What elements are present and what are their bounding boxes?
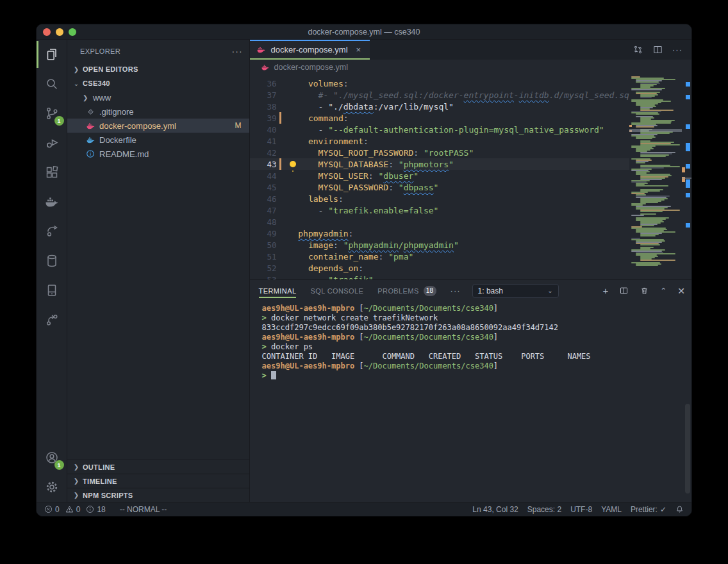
code-line[interactable]: 50 image: "phpmyadmin/phpmyadmin" bbox=[250, 239, 629, 251]
code-line[interactable]: 48 bbox=[250, 216, 629, 228]
sidebar-title: EXPLORER bbox=[80, 47, 120, 55]
status-bar: 0 0 18 -- NORMAL -- Ln 43, Col 32 Spaces… bbox=[37, 502, 691, 516]
indentation-setting[interactable]: Spaces: 2 bbox=[527, 505, 561, 514]
terminal-output[interactable]: aes9h@UL-aes9h-mpbro [~/Documents/Docume… bbox=[250, 301, 691, 381]
explorer-more-actions[interactable]: ··· bbox=[232, 46, 243, 56]
cursor-position[interactable]: Ln 43, Col 32 bbox=[472, 505, 518, 514]
formatter-status[interactable]: Prettier:✓ bbox=[631, 505, 666, 514]
sidebar-item-run-debug[interactable] bbox=[37, 128, 67, 158]
sidebar-item-docker[interactable] bbox=[37, 187, 67, 217]
split-terminal-icon[interactable] bbox=[619, 286, 629, 295]
compare-changes-icon[interactable] bbox=[633, 44, 643, 55]
bell-icon bbox=[675, 505, 684, 513]
tab-sql-console[interactable]: SQL CONSOLE bbox=[310, 280, 363, 301]
shell-select[interactable]: 1: bash ⌄ bbox=[472, 284, 559, 298]
code-line[interactable]: 45 MYSQL_PASSWORD: "dbpass" bbox=[250, 181, 629, 193]
code-line[interactable]: 40 - "--default-authentication-plugin=my… bbox=[250, 124, 629, 135]
live-share-icon bbox=[44, 224, 60, 239]
terminal-panel: TERMINAL SQL CONSOLE PROBLEMS 18 ··· 1: … bbox=[250, 279, 691, 502]
chevron-right-icon: ❯ bbox=[72, 463, 80, 470]
vim-mode-indicator[interactable]: -- NORMAL -- bbox=[120, 505, 167, 514]
split-editor-icon[interactable] bbox=[652, 44, 663, 55]
language-mode[interactable]: YAML bbox=[601, 505, 622, 514]
code-line[interactable]: 41 environment: bbox=[250, 135, 629, 147]
code-line[interactable]: 46 labels: bbox=[250, 193, 629, 204]
notifications-bell[interactable] bbox=[675, 505, 684, 513]
close-panel-icon[interactable]: ✕ bbox=[677, 286, 685, 295]
npm-scripts-section[interactable]: ❯ NPM SCRIPTS bbox=[67, 488, 249, 502]
open-editors-section[interactable]: ❯ OPEN EDITORS bbox=[67, 62, 249, 76]
overview-ruler[interactable] bbox=[682, 75, 691, 279]
dockerfile-icon bbox=[85, 135, 95, 145]
tree-item-dockerfile[interactable]: Dockerfile bbox=[67, 133, 249, 147]
terminal-line: > bbox=[262, 371, 691, 381]
code-line[interactable]: 52 depends_on: bbox=[250, 262, 629, 274]
sidebar-item-source-control[interactable]: 1 bbox=[37, 99, 67, 128]
vscode-window: docker-compose.yml — cse340 1 bbox=[36, 24, 692, 517]
chevron-down-icon: ⌄ bbox=[72, 80, 80, 87]
problems-status[interactable]: 0 0 18 bbox=[44, 505, 106, 514]
terminal-line: aes9h@UL-aes9h-mpbro [~/Documents/Docume… bbox=[262, 333, 691, 342]
extensions-icon bbox=[44, 165, 60, 180]
kill-terminal-icon[interactable] bbox=[640, 286, 649, 295]
code-line[interactable]: 38 - "./dbdata:/var/lib/mysql" bbox=[250, 101, 629, 112]
tab-terminal[interactable]: TERMINAL bbox=[259, 280, 297, 301]
maximize-panel-icon[interactable]: ⌃ bbox=[660, 287, 666, 295]
zoom-window-button[interactable] bbox=[69, 28, 76, 36]
minimize-window-button[interactable] bbox=[56, 28, 63, 36]
panel-more-tabs-icon[interactable]: ··· bbox=[451, 286, 461, 295]
minimap[interactable] bbox=[629, 75, 682, 279]
sidebar-item-extensions[interactable] bbox=[37, 158, 67, 187]
tree-item-www[interactable]: ❯ www bbox=[67, 90, 249, 104]
new-terminal-icon[interactable]: + bbox=[602, 286, 608, 295]
code-line[interactable]: 42 MYSQL_ROOT_PASSWORD: "rootPASS" bbox=[250, 147, 629, 158]
git-graph-icon bbox=[44, 312, 60, 328]
code-line[interactable]: 51 container_name: "pma" bbox=[250, 251, 629, 262]
terminal-scrollbar[interactable] bbox=[685, 404, 690, 494]
encoding-setting[interactable]: UTF-8 bbox=[570, 505, 592, 514]
sidebar-item-remote-explorer[interactable] bbox=[37, 276, 67, 305]
sidebar-item-search[interactable] bbox=[37, 69, 67, 99]
code-line[interactable]: 44 MYSQL_USER: "dbuser" bbox=[250, 170, 629, 181]
lightbulb-icon[interactable] bbox=[290, 161, 296, 167]
breadcrumb[interactable]: docker-compose.yml bbox=[250, 60, 691, 75]
code-line[interactable]: 53 - "traefik" bbox=[250, 274, 629, 279]
docker-compose-file-icon bbox=[85, 120, 95, 131]
warning-icon bbox=[65, 505, 74, 513]
code-line[interactable]: 47 - "traefik.enable=false" bbox=[250, 204, 629, 216]
tree-item-gitignore[interactable]: .gitignore bbox=[67, 104, 249, 119]
tree-item-docker-compose[interactable]: docker-compose.yml M bbox=[67, 119, 249, 133]
settings-button[interactable] bbox=[37, 472, 67, 502]
search-icon bbox=[44, 76, 60, 92]
tab-docker-compose[interactable]: docker-compose.yml × bbox=[250, 40, 370, 60]
close-tab-button[interactable]: × bbox=[356, 45, 361, 54]
code-lines: 36 volumes:37 #- "./mysql_seed.sql:/dock… bbox=[250, 75, 629, 279]
more-actions-icon[interactable]: ··· bbox=[672, 45, 682, 54]
explorer-sidebar: EXPLORER ··· ❯ OPEN EDITORS ⌄ CSE340 ❯ w… bbox=[67, 40, 250, 502]
problems-badge: 18 bbox=[424, 286, 436, 296]
sidebar-item-git-graph[interactable] bbox=[37, 305, 67, 335]
outline-section[interactable]: ❯ OUTLINE bbox=[67, 460, 249, 474]
readme-info-icon bbox=[85, 149, 95, 159]
sidebar-item-live-share[interactable] bbox=[37, 217, 67, 246]
code-line[interactable]: 49 phpmyadmin: bbox=[250, 228, 629, 239]
timeline-section[interactable]: ❯ TIMELINE bbox=[67, 474, 249, 488]
error-icon bbox=[44, 505, 53, 513]
code-editor[interactable]: 36 volumes:37 #- "./mysql_seed.sql:/dock… bbox=[250, 75, 691, 279]
code-line[interactable]: 43 MYSQL_DATABASE: "phpmotors" bbox=[250, 158, 629, 170]
chevron-right-icon: ❯ bbox=[72, 492, 80, 499]
close-window-button[interactable] bbox=[43, 28, 51, 36]
code-line[interactable]: 37 #- "./mysql_seed.sql:/docker-entrypoi… bbox=[250, 89, 629, 101]
tree-item-readme[interactable]: README.md bbox=[67, 147, 249, 161]
sidebar-item-database[interactable] bbox=[37, 246, 67, 276]
chevron-right-icon: ❯ bbox=[72, 477, 80, 485]
tab-problems[interactable]: PROBLEMS 18 bbox=[377, 280, 436, 301]
code-line[interactable]: 36 volumes: bbox=[250, 78, 629, 89]
run-debug-icon bbox=[44, 135, 60, 151]
sidebar-item-explorer[interactable] bbox=[37, 40, 67, 69]
accounts-button[interactable]: 1 bbox=[37, 443, 67, 472]
accounts-badge: 1 bbox=[54, 460, 64, 470]
code-line[interactable]: 39 command: bbox=[250, 112, 629, 124]
info-icon bbox=[86, 505, 94, 513]
workspace-section[interactable]: ⌄ CSE340 bbox=[67, 76, 249, 90]
